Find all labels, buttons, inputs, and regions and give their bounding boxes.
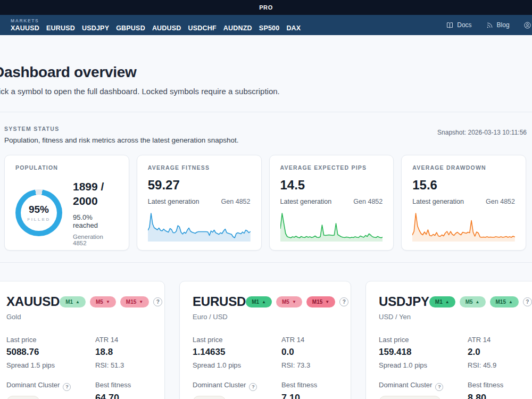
last-price-value: 159.418 xyxy=(379,347,468,358)
average-fitness-card: AVERAGE FITNESS 59.27 Latest generation … xyxy=(137,155,262,251)
last-price-label: Last price xyxy=(193,336,281,344)
average-fitness-sparkline xyxy=(148,212,251,242)
symbol-stats-grid: Last price 5088.76 Spread 1.5 pips ATR 1… xyxy=(6,336,152,399)
best-fitness-value: 7.10 xyxy=(281,393,338,399)
last-price-block: Last price 159.418 Spread 1.0 pips xyxy=(379,336,468,369)
symbol-card-header: USDJPY USD / Yen M1▲M5▲M15▲? xyxy=(379,294,524,321)
nav-symbol-eurusd[interactable]: EURUSD xyxy=(46,24,75,32)
average-expected-pips-meta: Latest generation Gen 4852 xyxy=(280,198,383,205)
timeframe-badge-m1: M1▲ xyxy=(60,296,86,307)
symbol-identity: XAUUSD Gold xyxy=(6,294,60,321)
system-status-label: SYSTEM STATUS xyxy=(4,126,238,132)
gen-number-label: Gen 4852 xyxy=(221,198,251,205)
nav-symbol-sp500[interactable]: SP500 xyxy=(259,24,280,32)
symbol-title: USDJPY xyxy=(379,294,429,309)
up-arrow-icon: ▲ xyxy=(509,300,513,304)
help-icon[interactable]: ? xyxy=(63,383,71,391)
symbol-title: XAUUSD xyxy=(6,294,60,309)
best-fitness-value: 8.80 xyxy=(468,393,524,399)
atr-label: ATR 14 xyxy=(468,336,524,344)
symbol-name: Gold xyxy=(6,313,60,321)
blog-link[interactable]: Blog xyxy=(486,21,510,29)
markets-navbar: MARKETS XAUUSDEURUSDUSDJPYGBPUSDAUDUSDUS… xyxy=(0,15,532,35)
population-reached: 95.0% reached xyxy=(73,213,118,229)
down-arrow-icon: ▼ xyxy=(106,300,110,304)
cluster-block: Dominant Cluster? Swing Open cluster xyxy=(193,381,281,399)
population-count: 1899 / 2000 xyxy=(73,179,118,209)
nav-symbol-usdjpy[interactable]: USDJPY xyxy=(82,24,109,32)
cluster-block: Dominant Cluster? Swing Open cluster xyxy=(6,381,95,399)
average-fitness-meta: Latest generation Gen 4852 xyxy=(148,198,251,205)
average-expected-pips-value: 14.5 xyxy=(280,178,383,193)
population-donut-chart: 95% FILLED xyxy=(15,189,62,236)
gen-number-label: Gen 4852 xyxy=(486,198,515,205)
system-status-text: SYSTEM STATUS Population, fitness and ri… xyxy=(4,126,238,144)
help-icon[interactable]: ? xyxy=(435,383,443,391)
timeframe-badges: M1▲M5▲M15▲? xyxy=(429,296,532,307)
nav-symbol-audnzd[interactable]: AUDNZD xyxy=(223,24,252,32)
nav-symbol-usdchf[interactable]: USDCHF xyxy=(188,24,217,32)
timeframe-badge-m15: M15▲ xyxy=(490,296,519,307)
timeframe-badge-m15: M15▼ xyxy=(306,296,335,307)
help-icon[interactable]: ? xyxy=(153,297,162,306)
best-fitness-block: Best fitness 8.80 TF M1 xyxy=(468,381,524,399)
symbol-card-header: XAUUSD Gold M1▲M5▼M15▼? xyxy=(6,294,152,321)
cluster-pill: BollingerBands xyxy=(379,396,441,399)
help-icon[interactable]: ? xyxy=(339,297,348,306)
rsi-value: RSI: 45.9 xyxy=(468,361,524,369)
symbol-identity: USDJPY USD / Yen xyxy=(379,294,429,321)
up-arrow-icon: ▲ xyxy=(76,300,80,304)
markets-nav-group: MARKETS XAUUSDEURUSDUSDJPYGBPUSDAUDUSDUS… xyxy=(11,18,301,32)
best-fitness-block: Best fitness 7.10 TF M1 xyxy=(281,381,338,399)
symbol-card-eurusd[interactable]: EURUSD Euro / USD M1▲M5▼M15▼? Last price… xyxy=(179,281,351,399)
system-status-header: SYSTEM STATUS Population, fitness and ri… xyxy=(4,126,527,144)
latest-generation-label: Latest generation xyxy=(412,198,464,205)
population-donut-center: 95% FILLED xyxy=(21,195,57,231)
rss-icon xyxy=(486,21,494,29)
up-arrow-icon: ▲ xyxy=(476,300,480,304)
rsi-value: RSI: 51.3 xyxy=(95,361,152,369)
help-icon[interactable]: ? xyxy=(249,383,257,391)
nav-symbol-audusd[interactable]: AUDUSD xyxy=(152,24,181,32)
rsi-value: RSI: 73.3 xyxy=(281,361,338,369)
average-drawdown-label: AVERAGE DRAWDOWN xyxy=(412,164,515,171)
markets-section-label: MARKETS xyxy=(11,18,301,23)
last-price-value: 1.14635 xyxy=(193,347,281,358)
down-arrow-icon: ▼ xyxy=(139,300,143,304)
symbol-card-usdjpy[interactable]: USDJPY USD / Yen M1▲M5▲M15▲? Last price … xyxy=(365,281,532,399)
nav-symbol-gbpusd[interactable]: GBPUSD xyxy=(116,24,145,32)
last-price-value: 5088.76 xyxy=(6,347,95,358)
docs-icon xyxy=(446,21,454,29)
symbol-identity: EURUSD Euro / USD xyxy=(193,294,246,321)
nav-symbols-row: XAUUSDEURUSDUSDJPYGBPUSDAUDUSDUSDCHFAUDN… xyxy=(11,24,301,32)
average-drawdown-meta: Latest generation Gen 4852 xyxy=(412,198,515,205)
atr-block: ATR 14 2.0 RSI: 45.9 xyxy=(468,336,524,369)
symbol-name: USD / Yen xyxy=(379,313,429,321)
last-price-label: Last price xyxy=(379,336,468,344)
timeframe-badge-m5: M5▼ xyxy=(90,296,116,307)
timeframe-badge-m5: M5▼ xyxy=(276,296,302,307)
cluster-block: Dominant Cluster? BollingerBands Open cl… xyxy=(379,381,468,399)
timeframe-badge-m1: M1▲ xyxy=(429,296,455,307)
docs-link[interactable]: Docs xyxy=(446,21,471,29)
nav-symbol-dax[interactable]: DAX xyxy=(286,24,301,32)
dominant-cluster-label: Dominant Cluster? xyxy=(379,381,468,391)
symbol-card-xauusd[interactable]: XAUUSD Gold M1▲M5▼M15▼? Last price 5088.… xyxy=(0,281,165,399)
snapshot-timestamp: Snapshot: 2026-03-13 10:11:56 xyxy=(437,129,527,136)
last-price-label: Last price xyxy=(6,336,95,344)
top-bar: PRO xyxy=(0,0,532,15)
last-price-block: Last price 1.14635 Spread 1.0 pips xyxy=(193,336,281,369)
account-link[interactable]: Account xyxy=(523,21,532,29)
spread-value: Spread 1.0 pips xyxy=(379,361,468,369)
average-drawdown-card: AVERAGE DRAWDOWN 15.6 Latest generation … xyxy=(401,155,526,251)
brand-pro: PRO xyxy=(259,4,273,11)
population-card-label: POPULATION xyxy=(15,164,118,171)
help-icon[interactable]: ? xyxy=(523,297,532,306)
average-fitness-label: AVERAGE FITNESS xyxy=(148,164,251,171)
timeframe-badge-m15: M15▼ xyxy=(120,296,149,307)
section-divider-bottom xyxy=(0,262,532,263)
nav-symbol-xauusd[interactable]: XAUUSD xyxy=(11,24,39,32)
timeframe-badge-m1: M1▲ xyxy=(246,296,272,307)
atr-value: 18.8 xyxy=(95,347,152,358)
atr-label: ATR 14 xyxy=(95,336,152,344)
